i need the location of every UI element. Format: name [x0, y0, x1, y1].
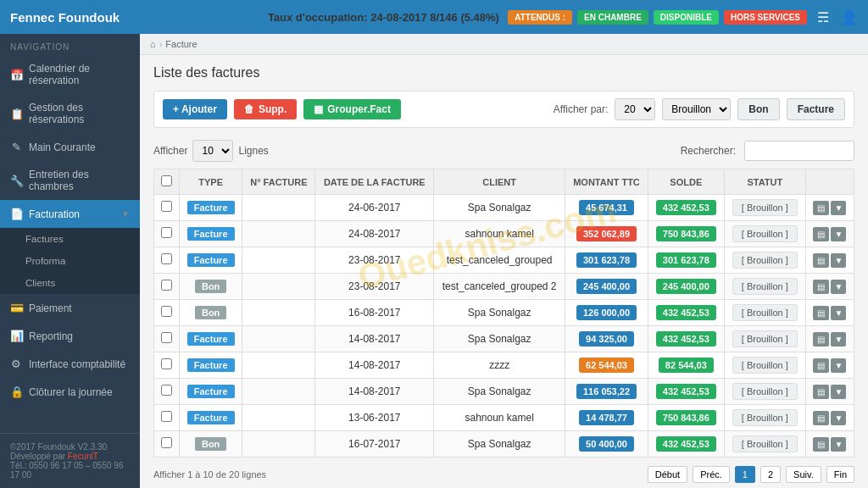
calendar-icon: 📅: [10, 69, 22, 81]
select-all-checkbox[interactable]: [161, 175, 172, 186]
row-action-dropdown[interactable]: ▼: [831, 437, 846, 452]
type-badge: Facture: [187, 385, 235, 398]
row-select-checkbox[interactable]: [161, 437, 172, 448]
page-fin-btn[interactable]: Fin: [826, 466, 854, 483]
montant-badge: 245 400,00: [576, 279, 637, 294]
page-1-btn[interactable]: 1: [735, 466, 755, 483]
sidebar-label-facturation: Facturation: [29, 208, 114, 220]
app-logo: Fennec Foundouk: [10, 10, 259, 25]
page-debut-btn[interactable]: Début: [648, 466, 687, 483]
row-select-checkbox[interactable]: [161, 385, 172, 396]
th-statut: STATUT: [724, 169, 805, 195]
row-client: Spa Sonalgaz: [434, 379, 565, 405]
row-select-checkbox[interactable]: [161, 332, 172, 343]
row-date: 14-08-2017: [315, 379, 434, 405]
sidebar-item-entretien[interactable]: 🔧 Entretien des chambres: [0, 161, 140, 200]
row-action-grid[interactable]: ▤: [813, 280, 829, 294]
row-action-grid[interactable]: ▤: [813, 358, 829, 373]
add-button[interactable]: + Ajouter: [163, 99, 227, 119]
row-action-grid[interactable]: ▤: [813, 253, 829, 268]
sidebar-item-factures[interactable]: Factures: [0, 228, 140, 250]
row-select-checkbox[interactable]: [161, 411, 172, 422]
statut-badge: [ Brouillon ]: [732, 199, 798, 216]
bon-button[interactable]: Bon: [737, 98, 779, 120]
row-select-checkbox[interactable]: [161, 227, 172, 238]
row-action-grid[interactable]: ▤: [813, 437, 829, 452]
row-action-grid[interactable]: ▤: [813, 332, 829, 347]
rows-per-page-select[interactable]: 10 20 50: [192, 140, 233, 162]
row-actions: ▤ ▼: [805, 352, 854, 379]
row-action-grid[interactable]: ▤: [813, 227, 829, 241]
statut-badge: [ Brouillon ]: [732, 409, 798, 426]
afficher-label: Afficher: [153, 145, 187, 157]
row-num: [242, 195, 315, 221]
solde-badge: 750 843,86: [656, 410, 716, 425]
row-action-dropdown[interactable]: ▼: [831, 253, 846, 268]
facture-button[interactable]: Facture: [787, 98, 845, 120]
row-action-dropdown[interactable]: ▼: [831, 201, 846, 215]
footer-link[interactable]: FecuniT: [68, 452, 98, 461]
row-action-grid[interactable]: ▤: [813, 201, 829, 215]
page-prev-btn[interactable]: Préc.: [693, 466, 730, 483]
row-action-dropdown[interactable]: ▼: [831, 332, 846, 347]
row-select-checkbox[interactable]: [161, 280, 172, 291]
row-actions: ▤ ▼: [805, 405, 854, 431]
payment-icon: 💳: [10, 302, 22, 314]
row-action-dropdown[interactable]: ▼: [831, 227, 846, 241]
content-area: ⌂ › Facture Liste des factures + Ajouter…: [140, 34, 868, 488]
row-montant: 116 053,22: [565, 379, 648, 405]
sidebar-item-proforma[interactable]: Proforma: [0, 250, 140, 272]
home-icon[interactable]: ⌂: [150, 39, 156, 49]
th-client: CLIENT: [434, 169, 565, 195]
sidebar-item-main-courante[interactable]: ✎ Main Courante: [0, 133, 140, 161]
sidebar-item-paiement[interactable]: 💳 Paiement: [0, 294, 140, 322]
page-2-btn[interactable]: 2: [760, 466, 781, 483]
row-action-dropdown[interactable]: ▼: [831, 280, 846, 294]
row-action-dropdown[interactable]: ▼: [831, 358, 846, 373]
row-solde: 432 452,53: [648, 300, 724, 326]
row-select-checkbox[interactable]: [161, 201, 172, 212]
row-action-grid[interactable]: ▤: [813, 385, 829, 399]
solde-badge: 432 452,53: [656, 436, 716, 452]
row-checkbox: [154, 379, 180, 405]
afficher-par-select[interactable]: 20: [615, 98, 655, 120]
row-statut: [ Brouillon ]: [724, 379, 805, 405]
sidebar-item-comptabilite[interactable]: ⚙ Interface comptabilité: [0, 350, 140, 378]
nav-label: NAVIGATION: [0, 34, 140, 55]
row-select-checkbox[interactable]: [161, 358, 172, 369]
badge-attendu[interactable]: ATTENDUS :: [508, 10, 572, 25]
breadcrumb-current: Facture: [165, 39, 197, 49]
badge-chambre[interactable]: EN CHAMBRE: [577, 10, 648, 25]
grouper-button[interactable]: ▦ Grouper.Fact: [303, 99, 401, 119]
sidebar-item-calendrier[interactable]: 📅 Calendrier de réservation: [0, 55, 140, 94]
user-icon[interactable]: 👤: [841, 9, 858, 25]
search-input[interactable]: [744, 141, 854, 161]
sidebar-item-clients[interactable]: Clients: [0, 272, 140, 294]
th-actions: [805, 169, 854, 195]
row-action-grid[interactable]: ▤: [813, 411, 829, 425]
row-action-dropdown[interactable]: ▼: [831, 306, 846, 320]
sidebar-item-facturation[interactable]: 📄 Facturation ▼: [0, 200, 140, 228]
row-num: [242, 352, 315, 379]
badge-disponible[interactable]: DISPONIBLE: [654, 10, 719, 25]
montant-badge: 94 325,00: [579, 331, 634, 347]
sidebar-item-cloture[interactable]: 🔒 Clôturer la journée: [0, 378, 140, 406]
supp-button[interactable]: 🗑 Supp.: [234, 99, 297, 119]
sidebar-label-comptabilite: Interface comptabilité: [29, 358, 130, 370]
page-next-btn[interactable]: Suiv.: [786, 466, 821, 483]
solde-badge: 432 452,53: [656, 331, 716, 347]
sidebar-item-reporting[interactable]: 📊 Reporting: [0, 322, 140, 350]
row-checkbox: [154, 405, 180, 431]
row-action-grid[interactable]: ▤: [813, 306, 829, 320]
row-action-dropdown[interactable]: ▼: [831, 385, 846, 399]
row-select-checkbox[interactable]: [161, 306, 172, 317]
row-action-dropdown[interactable]: ▼: [831, 411, 846, 425]
afficher-par-label: Afficher par:: [554, 103, 608, 115]
solde-badge: 82 544,03: [659, 358, 714, 373]
sidebar-item-gestion[interactable]: 📋 Gestion des réservations: [0, 94, 140, 133]
share-icon[interactable]: ☴: [817, 9, 829, 25]
row-date: 24-06-2017: [315, 195, 434, 221]
filter-select[interactable]: Brouillon Validé Annulé Tous: [662, 98, 731, 120]
badge-hors-services[interactable]: HORS SERVICES: [724, 10, 807, 25]
row-select-checkbox[interactable]: [161, 253, 172, 264]
